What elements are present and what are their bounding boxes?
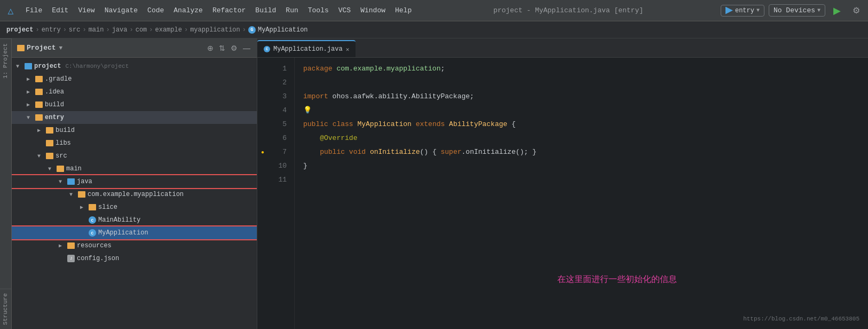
tab-bar: C MyApplication.java ✕: [257, 38, 868, 58]
gutter-2: [257, 76, 268, 90]
folder-icon-build-root: [35, 101, 43, 108]
folder-icon-gradle: [35, 76, 43, 82]
entry-icon: [725, 7, 733, 14]
breadcrumb-class-icon: G: [248, 26, 256, 34]
panel-icons: ⊕ ⇅ ⚙ —: [206, 43, 251, 53]
tree-item-main[interactable]: ▼ main: [12, 162, 257, 175]
tree-item-config-json[interactable]: ▶ J config.json: [12, 252, 257, 265]
line-num-3: 3: [271, 90, 291, 104]
tab-label: MyApplication.java: [273, 45, 343, 53]
breadcrumb-src[interactable]: src: [69, 26, 81, 34]
code-content[interactable]: package com.example.myapplication; impor…: [295, 58, 868, 329]
folder-icon-main: [57, 166, 64, 172]
folder-icon-src: [46, 153, 53, 159]
line-num-2: 2: [271, 76, 291, 90]
menu-analyze[interactable]: Analyze: [169, 4, 207, 17]
project-panel: Project ▼ ⊕ ⇅ ⚙ — ▼ project C:\harmony\p…: [12, 38, 257, 329]
menu-refactor[interactable]: Refactor: [208, 4, 250, 17]
panel-minimize-button[interactable]: —: [242, 43, 251, 53]
editor-area: C MyApplication.java ✕ ● 1 2: [257, 38, 868, 329]
breadcrumb-com[interactable]: com: [136, 26, 147, 34]
panel-header: Project ▼ ⊕ ⇅ ⚙ —: [12, 38, 257, 58]
tab-myapplication[interactable]: C MyApplication.java ✕: [257, 40, 356, 57]
tree-item-libs[interactable]: ▶ libs: [12, 137, 257, 150]
tree-item-mainability[interactable]: ▶ C MainAbility: [12, 214, 257, 226]
run-button[interactable]: ▶: [830, 3, 845, 18]
file-tree: ▼ project C:\harmony\project ▶ .gradle ▶…: [12, 58, 257, 329]
breadcrumb: project › entry › src › main › java › co…: [0, 21, 868, 38]
menu-file[interactable]: File: [21, 4, 46, 17]
breadcrumb-myapplication[interactable]: myapplication: [190, 26, 240, 34]
tree-item-src[interactable]: ▼ src: [12, 150, 257, 162]
gutter-5: [257, 118, 268, 131]
panel-sort-button[interactable]: ⇅: [218, 43, 226, 53]
code-line-5: public class MyApplication extends Abili…: [303, 118, 859, 131]
line-num-4: 4: [271, 104, 291, 118]
code-line-10: }: [303, 159, 859, 173]
gutter-1: [257, 62, 268, 76]
tree-item-entry-build[interactable]: ▶ build: [12, 124, 257, 137]
tree-item-build-root[interactable]: ▶ build: [12, 98, 257, 111]
tree-item-gradle[interactable]: ▶ .gradle: [12, 73, 257, 85]
menu-bar: △ File Edit View Navigate Code Analyze R…: [0, 0, 868, 21]
folder-icon-idea: [35, 89, 43, 95]
panel-settings-button[interactable]: ⚙: [230, 43, 239, 53]
no-devices-dropdown[interactable]: No Devices ▼: [769, 4, 825, 17]
tree-item-resources[interactable]: ▶ resources: [12, 239, 257, 252]
line-num-11: 11: [271, 173, 291, 187]
sidebar-label-project[interactable]: 1: Project: [0, 38, 11, 83]
menu-vcs[interactable]: VCS: [334, 4, 355, 17]
gutter-8: [257, 159, 268, 173]
tree-item-entry[interactable]: ▼ entry: [12, 111, 257, 124]
sidebar-label-structure[interactable]: Structure: [0, 288, 11, 329]
no-devices-label: No Devices: [774, 6, 815, 14]
entry-dropdown[interactable]: entry ▼: [721, 5, 764, 17]
settings-button[interactable]: ⚙: [849, 3, 864, 18]
menu-help[interactable]: Help: [391, 4, 416, 17]
line-num-5: 5: [271, 118, 291, 131]
panel-title: Project ▼: [17, 44, 202, 52]
gutter-9: [257, 173, 268, 187]
folder-icon: [17, 45, 25, 51]
menu-navigate[interactable]: Navigate: [100, 4, 142, 17]
menu-edit[interactable]: Edit: [48, 4, 73, 17]
tree-item-idea[interactable]: ▶ .idea: [12, 85, 257, 98]
menu-run[interactable]: Run: [281, 4, 302, 17]
menu-build[interactable]: Build: [251, 4, 280, 17]
gutter-3: [257, 90, 268, 104]
line-num-6: 6: [271, 131, 291, 145]
tree-item-myapplication[interactable]: ▶ C MyApplication: [12, 226, 257, 239]
breadcrumb-example[interactable]: example: [155, 26, 182, 34]
breadcrumb-main[interactable]: main: [89, 26, 104, 34]
folder-icon-com: [78, 191, 85, 198]
breadcrumb-java[interactable]: java: [112, 26, 128, 34]
folder-icon-blue: [25, 63, 32, 69]
hint-text: 在这里面进行一些初始化的信息: [557, 272, 677, 286]
breadcrumb-myapplication-class[interactable]: MyApplication: [258, 26, 308, 34]
line-num-7: 7: [271, 145, 291, 159]
tree-item-java[interactable]: ▼ java: [12, 175, 257, 188]
code-line-3: import ohos.aafwk.ability.AbilityPackage…: [303, 90, 859, 104]
app-logo: △: [4, 4, 17, 17]
menu-window[interactable]: Window: [356, 4, 390, 17]
java-icon-mainability: C: [89, 216, 96, 224]
breadcrumb-entry[interactable]: entry: [42, 26, 61, 34]
tree-item-slice[interactable]: ▶ slice: [12, 201, 257, 214]
code-line-6: @Override: [303, 131, 859, 145]
folder-icon-slice: [89, 204, 96, 210]
tab-close-button[interactable]: ✕: [346, 46, 350, 53]
line-num-1: 1: [271, 62, 291, 76]
panel-add-button[interactable]: ⊕: [206, 43, 215, 53]
main-layout: 1: Project Structure Project ▼ ⊕ ⇅ ⚙ — ▼…: [0, 38, 868, 329]
tree-item-project[interactable]: ▼ project C:\harmony\project: [12, 60, 257, 73]
code-line-2: [303, 76, 859, 90]
menu-view[interactable]: View: [74, 4, 99, 17]
gutter-6: [257, 131, 268, 145]
folder-icon-java: [67, 178, 75, 185]
side-labels: 1: Project Structure: [0, 38, 12, 329]
menu-tools[interactable]: Tools: [304, 4, 333, 17]
code-line-7: public void onInitialize() { super.onIni…: [303, 145, 859, 159]
menu-code[interactable]: Code: [143, 4, 168, 17]
tree-item-com-example[interactable]: ▼ com.example.myapplication: [12, 188, 257, 201]
breadcrumb-project[interactable]: project: [6, 26, 33, 34]
